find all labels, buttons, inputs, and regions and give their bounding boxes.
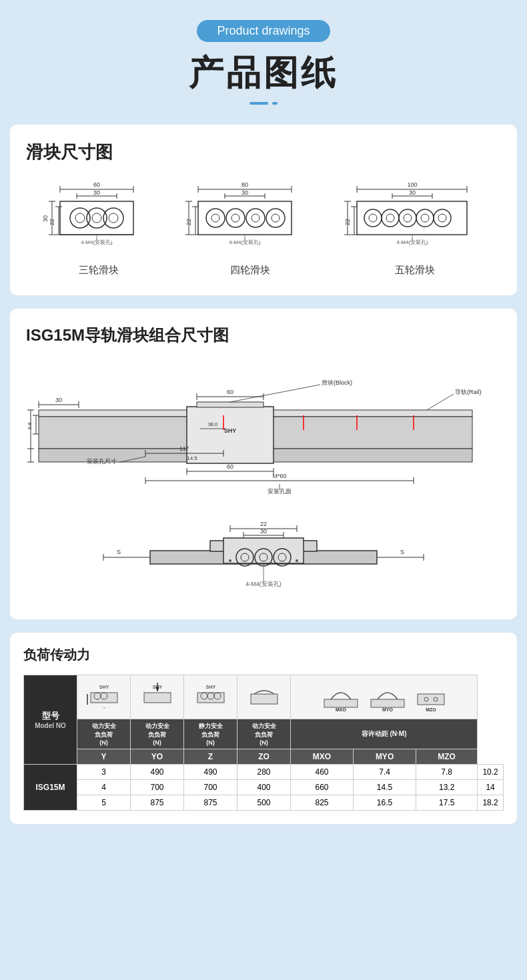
slider-label-3wheel: 三轮滑块 [79, 264, 119, 277]
decoration-bar1 [249, 102, 268, 105]
axis-mxo: MXO [291, 749, 354, 765]
axis-z: Z [184, 749, 237, 765]
svg-text:60: 60 [227, 463, 233, 470]
svg-text:4-M4(安装孔): 4-M4(安装孔) [81, 239, 113, 245]
row3-yo: 875 [184, 795, 237, 811]
combined-cross-section-svg: S S 22 30 4-M4(安装孔) [97, 514, 430, 601]
row1-wheel: 3 [77, 765, 131, 780]
svg-text:14.5: 14.5 [187, 455, 197, 461]
svg-rect-101 [197, 402, 264, 407]
svg-point-48 [251, 214, 259, 222]
subh-zo: 动力安全负负荷(N) [237, 719, 291, 749]
svg-rect-179 [371, 699, 404, 707]
slider-item-3wheel: 60 30 30 22 [40, 177, 157, 277]
svg-line-128 [230, 385, 320, 402]
subh-y: 动力安全负负荷(N) [77, 719, 131, 749]
load-title: 负荷传动力 [23, 646, 504, 664]
load-section: 负荷传动力 型号 Model NO SHY → [10, 633, 517, 824]
row3-zo: 825 [291, 795, 354, 811]
combined-profile-svg: 30 28.5 9.8 32 SHY 60 [27, 357, 500, 503]
row2-mxo: 14.5 [354, 780, 416, 795]
axis-yo: YO [131, 749, 184, 765]
row3-mxo: 16.5 [354, 795, 416, 811]
svg-point-157 [229, 559, 231, 562]
row2-mzo: 14 [478, 780, 504, 795]
svg-point-49 [266, 209, 285, 227]
row1-yo: 490 [184, 765, 237, 780]
svg-point-71 [369, 214, 377, 222]
svg-point-44 [211, 214, 219, 222]
row2-zo: 660 [291, 780, 354, 795]
svg-point-73 [386, 214, 394, 222]
svg-text:22: 22 [49, 219, 55, 225]
svg-point-70 [364, 209, 382, 227]
svg-text:30: 30 [241, 189, 248, 196]
svg-text:SHY: SHY [99, 685, 109, 689]
combined-section-title: ISG15M导轨滑块组合尺寸图 [26, 325, 501, 346]
svg-rect-181 [418, 694, 444, 705]
axis-myo: MYO [354, 749, 416, 765]
row3-wheel: 5 [77, 795, 131, 811]
svg-text:22: 22 [344, 219, 351, 225]
row3-z: 500 [237, 795, 291, 811]
svg-text:S: S [117, 549, 121, 555]
svg-text:MZO: MZO [426, 707, 436, 712]
svg-point-50 [272, 214, 280, 222]
svg-point-158 [296, 559, 298, 562]
svg-text:30: 30 [42, 215, 49, 222]
svg-point-20 [92, 213, 101, 223]
row1-mxo: 7.4 [354, 765, 416, 780]
badge: Product drawings [197, 20, 330, 42]
slider-label-5wheel: 五轮滑块 [395, 264, 435, 277]
svg-line-130 [427, 394, 454, 410]
svg-point-79 [438, 214, 446, 222]
svg-rect-16 [60, 201, 133, 235]
slider-label-4wheel: 四轮滑块 [230, 264, 270, 277]
model-name: ISG15M [24, 765, 77, 811]
svg-text:30: 30 [260, 528, 267, 535]
slider-item-5wheel: 100 30 30 22 [344, 177, 487, 277]
row1-z: 280 [237, 765, 291, 780]
svg-marker-170 [155, 687, 159, 691]
page-title: 产品图纸 [189, 50, 338, 97]
svg-point-72 [382, 209, 399, 227]
icon-z-cell: SHY [184, 675, 237, 719]
svg-rect-150 [223, 538, 304, 563]
four-wheel-svg: 80 30 30 22 [185, 177, 315, 257]
subh-yo: 动力安全负负荷(N) [131, 719, 184, 749]
svg-text:安装孔尺寸: 安装孔尺寸 [87, 458, 117, 465]
icon-moment-cell: MXO MYO MZO [291, 675, 478, 719]
svg-point-18 [75, 213, 85, 223]
row2-myo: 13.2 [416, 780, 478, 795]
row1-myo: 7.8 [416, 765, 478, 780]
svg-text:30: 30 [55, 397, 62, 403]
decoration-bar2 [272, 102, 278, 105]
svg-point-78 [434, 209, 451, 227]
svg-text:100: 100 [407, 181, 417, 188]
title-decoration [189, 102, 338, 105]
svg-text:SHY: SHY [224, 427, 237, 434]
slider-diagrams-container: 60 30 30 22 [26, 177, 501, 277]
row3-mzo: 18.2 [478, 795, 504, 811]
svg-text:→: → [101, 705, 106, 710]
svg-text:30: 30 [409, 189, 416, 196]
svg-point-75 [404, 214, 412, 222]
svg-text:4-M4(安装孔): 4-M4(安装孔) [396, 239, 428, 245]
five-wheel-svg: 100 30 30 22 [344, 177, 487, 257]
row2-yo: 700 [184, 780, 237, 795]
svg-text:117: 117 [179, 445, 189, 452]
svg-text:22: 22 [185, 219, 192, 225]
slider-section-title: 滑块尺寸图 [26, 141, 501, 164]
row3-myo: 17.5 [416, 795, 478, 811]
row1-y: 490 [131, 765, 184, 780]
svg-point-74 [399, 209, 416, 227]
svg-text:MYO: MYO [382, 707, 394, 712]
row2-y: 700 [131, 780, 184, 795]
svg-point-47 [246, 209, 265, 227]
svg-text:滑块(Block): 滑块(Block) [322, 379, 352, 386]
svg-text:9.8: 9.8 [27, 422, 33, 430]
axis-mzo: MZO [416, 749, 478, 765]
svg-text:60: 60 [93, 181, 100, 188]
svg-text:80: 80 [241, 181, 248, 188]
table-subheader-row: 动力安全负负荷(N) 动力安全负负荷(N) 静力安全负负荷(N) 动力安全负负荷… [24, 719, 504, 749]
